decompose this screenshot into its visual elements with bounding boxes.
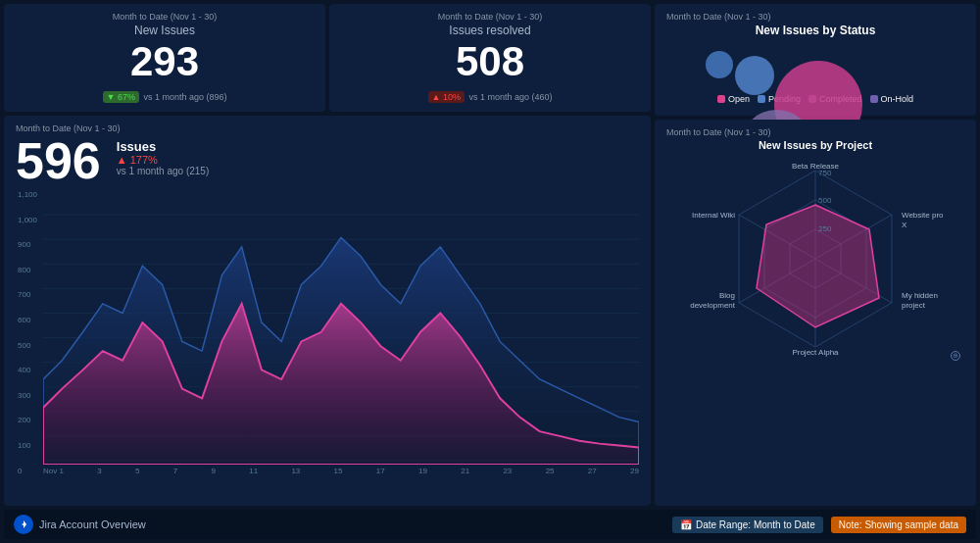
chart-comparison: vs 1 month ago (215): [117, 166, 210, 176]
new-issues-badge: ▼ 67%: [103, 91, 139, 103]
new-issues-comparison: vs 1 month ago (896): [143, 92, 226, 102]
brand-label: Jira Account Overview: [39, 518, 146, 530]
area-chart-svg: [43, 190, 639, 465]
brand-area: Jira Account Overview: [14, 515, 146, 534]
radar-label-top-left: Internal Wiki: [692, 211, 735, 220]
resolved-badge: ▲ 10%: [428, 91, 465, 103]
new-issues-value: 293: [16, 41, 314, 82]
jira-icon: [14, 515, 33, 534]
radar-svg: 250 500 750 Beta Release Website project…: [688, 161, 943, 357]
chart-title: Issues: [117, 139, 210, 154]
legend-pending-dot: [758, 95, 765, 103]
radar-label-top: Beta Release: [792, 162, 840, 171]
radar-chart-card: Month to Date (Nov 1 - 30) New Issues by…: [655, 120, 976, 506]
status-title: New Issues by Status: [666, 24, 964, 37]
chart-info: Issues ▲ 177% vs 1 month ago (215): [117, 135, 210, 176]
x-axis-labels: Nov 1 3 5 7 9 11 13 15 17 19 21 23 25 27…: [16, 467, 639, 475]
bubble-onhold: [706, 51, 733, 78]
radar-label-bottom: Project Alpha: [792, 348, 839, 357]
status-period-label: Month to Date (Nov 1 - 30): [666, 12, 964, 22]
radar-settings-icon[interactable]: ⊕: [951, 351, 960, 361]
legend-open-dot: [717, 95, 725, 103]
bubble-area: [666, 41, 964, 90]
date-range-badge[interactable]: 📅 Date Range: Month to Date: [672, 517, 823, 533]
legend-open: Open: [717, 94, 750, 104]
radar-data-polygon: [757, 205, 879, 327]
resolved-value: 508: [341, 41, 639, 82]
chart-change: ▲ 177%: [117, 154, 210, 166]
legend-onhold: On-Hold: [870, 94, 914, 104]
legend-onhold-dot: [870, 95, 878, 103]
radar-label-bottom-right: My hidden: [902, 291, 938, 300]
radar-period-label: Month to Date (Nov 1 - 30): [666, 127, 964, 137]
bubble-pending: [735, 56, 774, 95]
y-axis-labels: 1,100 1,000 900 800 700 600 500 400 300 …: [16, 190, 39, 475]
calendar-icon: 📅: [680, 519, 692, 530]
new-issues-period-label: Month to Date (Nov 1 - 30): [16, 12, 314, 22]
sample-data-note: Note: Showing sample data: [831, 517, 966, 533]
status-bubble-card: Month to Date (Nov 1 - 30) New Issues by…: [655, 4, 976, 116]
resolved-period-label: Month to Date (Nov 1 - 30): [341, 12, 639, 22]
svg-text:500: 500: [818, 196, 832, 205]
main-chart-period-label: Month to Date (Nov 1 - 30): [16, 123, 639, 133]
svg-text:development: development: [690, 301, 736, 310]
legend-onhold-label: On-Hold: [881, 94, 914, 104]
resolved-issues-card: Month to Date (Nov 1 - 30) Issues resolv…: [329, 4, 651, 112]
radar-title: New Issues by Project: [666, 139, 964, 151]
date-range-label: Date Range: Month to Date: [696, 519, 815, 530]
legend-open-label: Open: [728, 94, 750, 104]
radar-label-bottom-left: Blog: [719, 291, 735, 300]
note-label: Note: Showing sample data: [839, 519, 958, 530]
resolved-title: Issues resolved: [341, 24, 639, 37]
chart-svg-container: 1,100 1,000 900 800 700 600 500 400 300 …: [16, 190, 639, 475]
radar-label-top-right: Website project: [902, 211, 943, 220]
svg-text:X: X: [902, 221, 907, 229]
resolved-comparison: vs 1 month ago (460): [468, 92, 552, 102]
new-issues-title: New Issues: [16, 24, 314, 37]
chart-header: 596 Issues ▲ 177% vs 1 month ago (215): [16, 135, 639, 186]
new-issues-card: Month to Date (Nov 1 - 30) New Issues 29…: [4, 4, 325, 112]
main-chart-card: Month to Date (Nov 1 - 30) 596 Issues ▲ …: [4, 116, 651, 506]
svg-text:250: 250: [818, 224, 832, 233]
chart-big-number: 596: [16, 135, 101, 186]
svg-text:project: project: [902, 301, 926, 310]
footer: Jira Account Overview 📅 Date Range: Mont…: [4, 510, 976, 539]
